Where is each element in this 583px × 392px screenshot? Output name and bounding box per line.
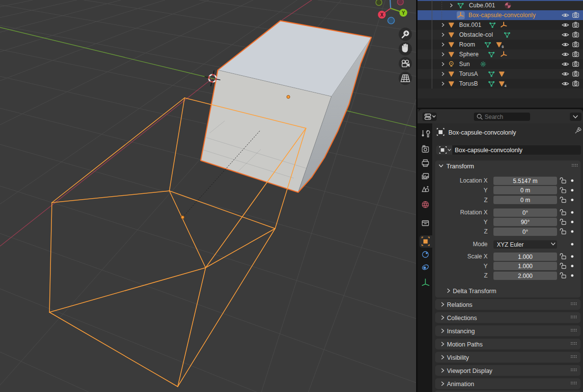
svg-text:4: 4 <box>505 84 507 88</box>
svg-text:Y: Y <box>402 10 405 16</box>
svg-text:6: 6 <box>502 45 504 49</box>
svg-text:X: X <box>380 12 384 18</box>
